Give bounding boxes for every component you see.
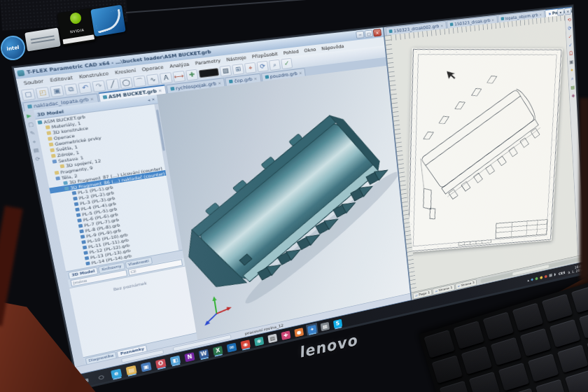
collapse-icon[interactable]: ◂	[147, 98, 150, 102]
bucket-3d-model[interactable]	[157, 66, 410, 341]
tree-item-icon	[78, 223, 83, 227]
grid-icon[interactable]: ⊞	[232, 63, 244, 75]
drawing-sheet[interactable]	[407, 48, 562, 253]
tray-green-icon[interactable]: ●	[535, 276, 538, 281]
text-tool-icon[interactable]: A	[160, 72, 173, 84]
rotate-icon[interactable]: ⟳	[256, 60, 268, 71]
zoom-icon[interactable]: ⌕	[571, 76, 574, 82]
save-icon[interactable]: ▣	[50, 85, 64, 97]
swirl-app[interactable]: ❋	[253, 335, 266, 348]
volume-icon[interactable]: ◗	[554, 272, 556, 277]
drawing-doc-icon	[389, 29, 393, 33]
tree-item-icon	[46, 131, 51, 135]
close-tab-icon[interactable]: ✕	[253, 76, 258, 80]
play-icon[interactable]: ▶	[26, 113, 31, 119]
page-icon: ▱	[435, 289, 438, 293]
edge[interactable]: e	[108, 366, 123, 380]
opera[interactable]: O	[153, 356, 168, 370]
menu-item[interactable]: Pohled	[280, 48, 302, 56]
chrome[interactable]: ◉	[239, 337, 252, 351]
check-icon[interactable]: ✓	[281, 57, 293, 69]
bucket-2d-drawing	[407, 48, 562, 253]
viewport-3d[interactable]	[157, 66, 410, 341]
list-icon[interactable]: ▤	[33, 148, 40, 154]
panel-icon[interactable]: ▣	[569, 59, 573, 64]
search[interactable]: ○	[94, 370, 109, 384]
zoom-icon[interactable]: ⌕	[269, 59, 281, 70]
minimize-button[interactable]: ─	[356, 31, 365, 39]
photos[interactable]: ▣	[139, 360, 153, 374]
tray-red-icon[interactable]: ●	[545, 274, 548, 279]
close-tab-icon[interactable]: ✕	[158, 88, 162, 93]
drawing-doc-icon: ⚑	[548, 12, 551, 15]
new-icon[interactable]: ▢	[21, 88, 36, 101]
magnet-icon[interactable]: Ω	[569, 50, 573, 56]
clipboard-app[interactable]: ▥	[266, 332, 279, 345]
gallery[interactable]: ◧	[168, 354, 182, 368]
tree-item-icon	[79, 229, 84, 233]
spline-tool-icon[interactable]: ∿	[146, 74, 160, 85]
circle-tool-icon[interactable]: ◯	[119, 76, 133, 88]
mail[interactable]: ✉	[225, 341, 238, 354]
tray-expand-icon[interactable]: ▴	[527, 278, 529, 283]
app-glyph: ◉	[240, 340, 250, 349]
page-tab-label: Page 1	[419, 290, 430, 296]
snap-icon[interactable]: ⌖	[244, 62, 257, 74]
plus-tool-icon[interactable]: ✚	[186, 69, 199, 80]
hatch-tool-icon[interactable]: ▨	[219, 65, 232, 77]
tree-item-icon	[63, 181, 68, 185]
select-icon[interactable]: ▢	[27, 121, 34, 127]
color-swatch[interactable]	[199, 68, 219, 78]
gray-app[interactable]: ▦	[318, 320, 331, 332]
tree-item-icon	[72, 190, 77, 195]
pin-app[interactable]: ✚	[279, 328, 292, 342]
word[interactable]: W	[197, 347, 211, 360]
maximize-button[interactable]: ▢	[364, 29, 372, 38]
check-red-icon[interactable]: ✓	[568, 34, 573, 39]
line-tool-icon[interactable]: ╱	[106, 78, 120, 90]
rotate-cw-icon[interactable]: ⟳	[568, 25, 572, 31]
check-blue-icon[interactable]: ✓	[568, 42, 573, 48]
close-tab-icon[interactable]: ✕	[440, 23, 444, 27]
tflex[interactable]: ✦	[306, 323, 318, 336]
gem-icon[interactable]: ◈	[571, 92, 575, 98]
rotate-ccw-icon[interactable]: ⟲	[567, 17, 571, 22]
network-icon[interactable]: ▦	[549, 273, 552, 278]
page-icon: ▱	[415, 293, 418, 298]
menu-item[interactable]: Okno	[301, 46, 319, 54]
tray-blue-icon[interactable]: ◆	[531, 277, 533, 282]
close-tab-icon[interactable]: ✕	[491, 18, 494, 22]
undo-icon[interactable]: ↶	[78, 81, 92, 94]
app-glyph: ●	[294, 328, 304, 337]
close-panel-icon[interactable]: ✕	[151, 97, 155, 102]
file-explorer[interactable]: ▤	[124, 363, 139, 377]
grid-icon[interactable]: ▦	[570, 85, 575, 90]
tree-item-icon	[83, 245, 88, 249]
redo-icon[interactable]: ↷	[92, 80, 106, 92]
copy-icon[interactable]: ⧉	[64, 83, 78, 96]
close-tab-icon[interactable]: ✕	[299, 71, 302, 75]
close-tab-icon[interactable]: ✕	[539, 13, 542, 17]
target-icon[interactable]: ⌖	[32, 139, 36, 145]
refresh-icon[interactable]: ⟳	[35, 156, 41, 162]
intel-sticker: intel	[0, 34, 27, 62]
language-indicator[interactable]: CES	[557, 270, 566, 276]
wave-graphic	[93, 9, 125, 34]
close-button[interactable]: ✕	[373, 29, 382, 37]
drawing-canvas[interactable]	[391, 20, 578, 291]
edit-icon[interactable]: ✎	[29, 130, 36, 136]
open-icon[interactable]: ◰	[35, 86, 50, 99]
orb-app[interactable]: ●	[293, 326, 305, 339]
tree-item-icon	[85, 255, 90, 260]
dimension-tool-icon[interactable]: ⟷	[172, 70, 186, 82]
excel[interactable]: X	[211, 344, 224, 357]
star-icon[interactable]: ✦	[570, 67, 574, 73]
tree-item-icon	[75, 207, 80, 211]
arc-tool-icon[interactable]: ⌒	[133, 75, 146, 87]
close-tab-icon[interactable]: ✕	[218, 80, 222, 85]
onenote[interactable]: N	[183, 350, 197, 364]
tray-yellow-icon[interactable]: ●	[540, 275, 543, 280]
tree-item-icon	[46, 125, 50, 129]
close-tab-icon[interactable]: ✕	[90, 97, 94, 102]
skype[interactable]: S	[332, 317, 344, 330]
